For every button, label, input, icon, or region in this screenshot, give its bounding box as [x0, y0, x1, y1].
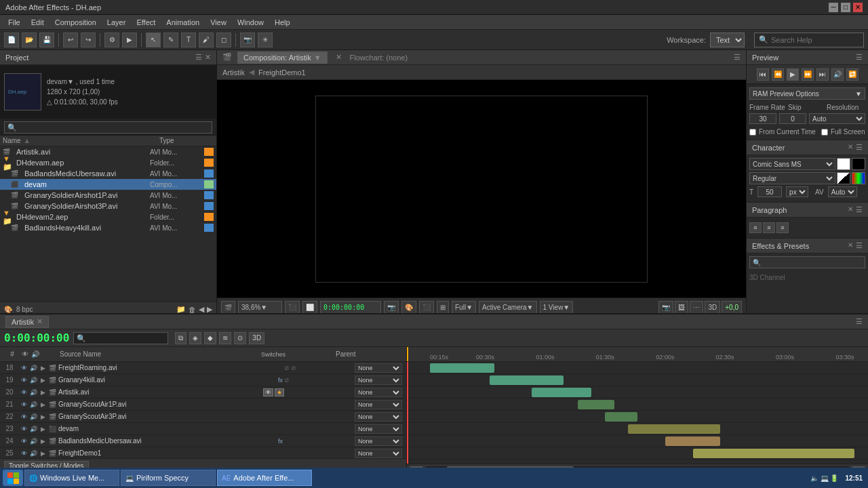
layer-badge-eye[interactable]: 👁: [263, 388, 273, 396]
table-row[interactable]: 22 👁 🔊 ▶ 🎬 GranaryScoutAir3P.avi None: [0, 411, 406, 423]
prev-last-frame[interactable]: ⏭: [816, 68, 829, 81]
composition-view[interactable]: [217, 80, 746, 298]
parent-select[interactable]: None: [355, 400, 402, 409]
tl-keyframe[interactable]: ◆: [204, 332, 216, 344]
paragraph-panel-menu[interactable]: ☰: [856, 205, 863, 214]
new-btn[interactable]: 📄: [4, 33, 19, 47]
layer-expand[interactable]: ▶: [38, 362, 47, 374]
layer-audio-toggle[interactable]: 🔊: [28, 399, 38, 411]
text-tool[interactable]: T: [181, 33, 196, 47]
tl-solo[interactable]: ⊙: [234, 332, 246, 344]
comp-view-layout[interactable]: 1 View ▼: [540, 301, 574, 314]
comp-view-mode[interactable]: Full ▼: [452, 301, 476, 314]
render-btn[interactable]: ▶: [122, 33, 137, 47]
align-right[interactable]: ≡: [776, 222, 789, 233]
search-help-input[interactable]: [771, 36, 859, 44]
full-screen-checkbox[interactable]: [821, 129, 828, 136]
list-item[interactable]: 🎬 BadlandsHeavy4kill.avi AVI Mo...: [0, 222, 216, 233]
list-item[interactable]: 🎬 GranarySoldierAirshot1P.avi AVI Mo...: [0, 190, 216, 201]
comp-3d[interactable]: 3D: [705, 301, 720, 314]
table-row[interactable]: 21 👁 🔊 ▶ 🎬 GranaryScoutAir1P.avi None: [0, 399, 406, 411]
menu-animation[interactable]: Animation: [161, 17, 205, 28]
shape-tool[interactable]: ◻: [216, 33, 231, 47]
camera-tool[interactable]: 📷: [240, 33, 255, 47]
style-select[interactable]: Regular: [749, 172, 835, 184]
layer-audio-toggle[interactable]: 🔊: [28, 386, 38, 399]
start-button[interactable]: [3, 470, 23, 486]
switch-icon[interactable]: ⊘: [291, 365, 296, 371]
comp-transparency[interactable]: ⬛: [419, 301, 434, 314]
layer-visibility[interactable]: 👁: [19, 374, 28, 386]
menu-view[interactable]: View: [205, 17, 232, 28]
parent-select[interactable]: None: [355, 449, 402, 458]
timeline-search-input[interactable]: [73, 332, 168, 344]
select-tool[interactable]: ↖: [146, 33, 161, 47]
gradient-icon[interactable]: [852, 172, 865, 184]
parent-select[interactable]: None: [355, 412, 402, 422]
comp-flow[interactable]: ⋯: [690, 301, 703, 314]
comp-plus-minus[interactable]: +0,0: [722, 301, 742, 314]
comp-region[interactable]: ⬜: [302, 301, 317, 314]
layer-visibility[interactable]: 👁: [19, 362, 28, 374]
tl-comp-marker[interactable]: ⧉: [175, 332, 186, 344]
parent-select[interactable]: None: [355, 424, 402, 434]
layer-visibility[interactable]: 👁: [19, 423, 28, 435]
layer-visibility[interactable]: 👁: [19, 435, 28, 447]
comp-always-preview[interactable]: 🎬: [221, 301, 235, 314]
menu-edit[interactable]: Edit: [26, 17, 50, 28]
list-item[interactable]: 🎬 Artistik.avi AVI Mo...: [0, 146, 216, 157]
taskbar-btn-speccy[interactable]: 💻 Piriform Speccy: [121, 470, 216, 486]
layer-audio-toggle[interactable]: 🔊: [28, 435, 38, 447]
prev-loop[interactable]: 🔁: [846, 68, 859, 81]
prev-audio[interactable]: 🔊: [831, 68, 844, 81]
layer-badge-star[interactable]: ★: [275, 388, 284, 396]
effects-search-input[interactable]: [749, 256, 865, 268]
effects-panel-close[interactable]: ✕: [848, 241, 853, 250]
comp-snapshot[interactable]: 📷: [658, 301, 673, 314]
taskbar-btn-winlive[interactable]: 🌐 Windows Live Me...: [24, 470, 119, 486]
menu-window[interactable]: Window: [232, 17, 269, 28]
comp-aspect[interactable]: ⬛: [285, 301, 300, 314]
list-item[interactable]: 🎬 GranarySoldierAirshot3P.avi AVI Mo...: [0, 201, 216, 211]
font-size-input[interactable]: [757, 186, 782, 197]
layer-audio-toggle[interactable]: 🔊: [28, 362, 38, 374]
layer-visibility[interactable]: 👁: [19, 386, 28, 399]
maximize-button[interactable]: □: [841, 3, 850, 12]
comp-panel-menu[interactable]: ☰: [734, 53, 741, 61]
layer-visibility[interactable]: 👁: [19, 447, 28, 459]
close-button[interactable]: ✕: [853, 3, 863, 12]
layer-audio-toggle[interactable]: 🔊: [28, 411, 38, 423]
character-panel-close[interactable]: ✕: [848, 143, 853, 152]
menu-effect[interactable]: Effect: [131, 17, 161, 28]
switch-icon[interactable]: ⊘: [284, 365, 290, 371]
breadcrumb-artistik[interactable]: Artistik: [222, 68, 245, 77]
list-item[interactable]: ⬛ devam Compo...: [0, 179, 216, 190]
switch-icon[interactable]: ⊘: [284, 377, 290, 384]
stroke-color-block[interactable]: [852, 158, 865, 170]
resolution-select[interactable]: Auto: [809, 113, 865, 124]
pen-tool[interactable]: ✎: [163, 33, 178, 47]
project-panel-menu[interactable]: ☰: [195, 53, 202, 62]
layer-audio-toggle[interactable]: 🔊: [28, 374, 38, 386]
frame-rate-input[interactable]: [749, 113, 776, 124]
brush-tool[interactable]: 🖌: [199, 33, 214, 47]
light-tool[interactable]: ✳: [258, 33, 273, 47]
composition-tab[interactable]: Composition: Artistik ▼: [237, 52, 328, 64]
taskbar-btn-ae[interactable]: AE Adobe After Effe...: [217, 470, 312, 486]
menu-file[interactable]: File: [3, 17, 26, 28]
comp-time-display[interactable]: 0:00:00:00: [320, 301, 381, 314]
tl-3d-layer[interactable]: 3D: [249, 332, 264, 344]
layer-expand[interactable]: ▶: [38, 411, 47, 423]
prev-next-frame[interactable]: ⏩: [802, 68, 814, 81]
menu-composition[interactable]: Composition: [50, 17, 102, 28]
timeline-panel-menu[interactable]: ☰: [856, 317, 863, 325]
list-item[interactable]: ▼📁 DHdevam2.aep Folder...: [0, 211, 216, 222]
comp-camera-icon[interactable]: 📷: [384, 301, 399, 314]
save-btn[interactable]: 💾: [39, 33, 54, 47]
layer-expand[interactable]: ▶: [38, 447, 47, 459]
layer-expand[interactable]: ▶: [38, 423, 47, 435]
comp-showsnapshot[interactable]: 🖼: [675, 301, 688, 314]
undo-btn[interactable]: ↩: [63, 33, 78, 47]
layer-expand[interactable]: ▶: [38, 435, 47, 447]
table-row[interactable]: 23 👁 🔊 ▶ ⬛ devam None: [0, 423, 406, 435]
